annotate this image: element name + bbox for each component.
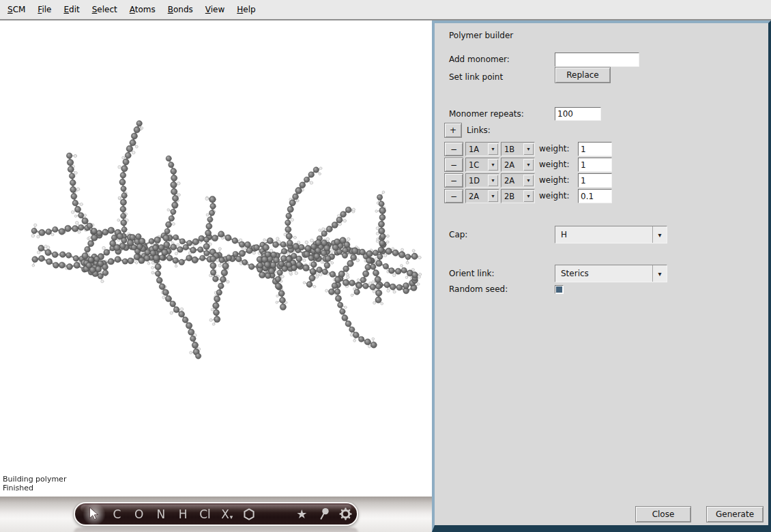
element-x-label: X bbox=[221, 507, 229, 521]
weight-input[interactable] bbox=[578, 142, 612, 156]
status-text: Building polymer Finished bbox=[3, 475, 66, 492]
chevron-down-icon[interactable]: ▾ bbox=[523, 190, 534, 202]
add-monomer-input[interactable] bbox=[555, 53, 639, 67]
menu-scm[interactable]: SCM bbox=[1, 5, 31, 14]
link-to-value: 2A bbox=[501, 160, 523, 170]
menu-edit[interactable]: Edit bbox=[57, 5, 85, 14]
generate-button[interactable]: Generate bbox=[706, 506, 763, 522]
menu-view[interactable]: View bbox=[199, 5, 231, 14]
remove-link-button[interactable]: − bbox=[444, 158, 463, 172]
link-to-value: 2A bbox=[501, 176, 523, 186]
chevron-down-icon[interactable]: ▾ bbox=[652, 265, 667, 282]
weight-input[interactable] bbox=[578, 189, 612, 203]
chevron-down-icon[interactable]: ▾ bbox=[523, 175, 534, 186]
link-row: −2A▾2B▾weight: bbox=[435, 189, 768, 203]
random-seed-checkbox[interactable] bbox=[555, 285, 564, 294]
weight-label: weight: bbox=[539, 191, 570, 201]
monomer-repeats-input[interactable] bbox=[555, 107, 601, 121]
link-row: −1C▾2A▾weight: bbox=[435, 158, 768, 172]
orient-link-value: Sterics bbox=[555, 269, 652, 278]
structures-tool-button[interactable]: ★ bbox=[291, 503, 312, 525]
link-from-select[interactable]: 1C▾ bbox=[465, 158, 499, 172]
link-from-value: 1A bbox=[466, 145, 488, 154]
ring-tool-button[interactable] bbox=[238, 503, 260, 525]
balloon-icon bbox=[318, 507, 330, 521]
toolbar-strip: C O N H Cl X ▾ ★ bbox=[0, 497, 432, 532]
orient-link-label: Orient link: bbox=[449, 269, 495, 278]
element-c-button[interactable]: C bbox=[106, 503, 128, 525]
link-from-select[interactable]: 2A▾ bbox=[465, 189, 499, 203]
link-to-select[interactable]: 1B▾ bbox=[501, 142, 535, 156]
link-from-select[interactable]: 1A▾ bbox=[465, 142, 499, 156]
chevron-down-icon[interactable]: ▾ bbox=[488, 190, 498, 202]
remove-link-button[interactable]: − bbox=[444, 142, 463, 156]
remove-link-button[interactable]: − bbox=[444, 173, 463, 188]
chevron-down-icon: ▾ bbox=[230, 514, 233, 520]
link-from-value: 2A bbox=[466, 192, 488, 201]
hexagon-ring-icon bbox=[243, 508, 255, 520]
add-link-button[interactable]: + bbox=[444, 123, 462, 138]
cap-label: Cap: bbox=[449, 230, 467, 239]
element-h-button[interactable]: H bbox=[172, 503, 194, 525]
select-tool-button[interactable] bbox=[82, 503, 106, 525]
cursor-icon bbox=[89, 507, 99, 520]
molecule-viewport[interactable] bbox=[0, 20, 432, 476]
toolbar-spacer bbox=[260, 514, 291, 514]
menu-atoms[interactable]: Atoms bbox=[123, 5, 162, 14]
weight-input[interactable] bbox=[578, 158, 612, 172]
chevron-down-icon[interactable]: ▾ bbox=[523, 143, 534, 155]
menu-bonds[interactable]: Bonds bbox=[162, 5, 199, 14]
monomer-repeats-label: Monomer repeats: bbox=[449, 109, 524, 119]
random-seed-label: Random seed: bbox=[449, 284, 508, 294]
link-row: −1A▾1B▾weight: bbox=[435, 142, 768, 156]
orient-link-select[interactable]: Sterics ▾ bbox=[555, 265, 667, 282]
application-window: SCMFileEditSelectAtomsBondsViewHelp Buil… bbox=[0, 0, 771, 532]
element-cl-button[interactable]: Cl bbox=[194, 503, 216, 525]
menu-help[interactable]: Help bbox=[231, 5, 261, 14]
link-to-select[interactable]: 2A▾ bbox=[501, 173, 535, 188]
status-line-1: Building polymer bbox=[3, 475, 66, 484]
menu-file[interactable]: File bbox=[31, 5, 57, 14]
add-monomer-label: Add monomer: bbox=[449, 55, 510, 64]
link-from-select[interactable]: 1D▾ bbox=[465, 173, 499, 188]
balloon-tool-button[interactable] bbox=[312, 503, 334, 525]
link-row: −1D▾2A▾weight: bbox=[435, 173, 768, 188]
link-from-value: 1C bbox=[466, 160, 488, 170]
polymer-builder-panel: Polymer builder Add monomer: Set link po… bbox=[432, 20, 771, 532]
element-x-button[interactable]: X ▾ bbox=[216, 503, 238, 525]
toolbar-reflection bbox=[74, 528, 358, 532]
chevron-down-icon[interactable]: ▾ bbox=[488, 159, 498, 171]
replace-button[interactable]: Replace bbox=[555, 67, 611, 83]
panel-title: Polymer builder bbox=[449, 31, 513, 40]
cap-value: H bbox=[555, 230, 652, 239]
menu-bar: SCMFileEditSelectAtomsBondsViewHelp bbox=[0, 0, 771, 19]
weight-input[interactable] bbox=[578, 173, 612, 188]
chevron-down-icon[interactable]: ▾ bbox=[523, 159, 534, 171]
set-link-point-label: Set link point bbox=[449, 72, 503, 82]
chevron-down-icon[interactable]: ▾ bbox=[488, 175, 498, 186]
close-button[interactable]: Close bbox=[635, 506, 691, 522]
cap-select[interactable]: H ▾ bbox=[555, 226, 667, 243]
link-to-value: 1B bbox=[501, 145, 523, 154]
link-to-select[interactable]: 2B▾ bbox=[501, 189, 535, 203]
settings-tool-button[interactable] bbox=[335, 503, 357, 525]
menu-select[interactable]: Select bbox=[86, 5, 123, 14]
status-line-2: Finished bbox=[3, 484, 66, 492]
element-o-button[interactable]: O bbox=[128, 503, 150, 525]
weight-label: weight: bbox=[539, 175, 570, 185]
remove-link-button[interactable]: − bbox=[444, 189, 463, 203]
link-to-select[interactable]: 2A▾ bbox=[501, 158, 535, 172]
chevron-down-icon[interactable]: ▾ bbox=[488, 143, 498, 155]
chevron-down-icon[interactable]: ▾ bbox=[652, 226, 667, 243]
links-label: Links: bbox=[467, 125, 491, 135]
element-n-button[interactable]: N bbox=[150, 503, 172, 525]
gear-icon bbox=[339, 507, 352, 520]
weight-label: weight: bbox=[539, 160, 570, 169]
weight-label: weight: bbox=[539, 144, 570, 153]
random-seed-check-fill bbox=[556, 286, 562, 293]
link-to-value: 2B bbox=[501, 192, 523, 201]
element-toolbar: C O N H Cl X ▾ ★ bbox=[74, 502, 358, 526]
link-from-value: 1D bbox=[466, 176, 488, 186]
molecule-view-area: Building polymer Finished C O N H Cl X ▾ bbox=[0, 20, 432, 532]
